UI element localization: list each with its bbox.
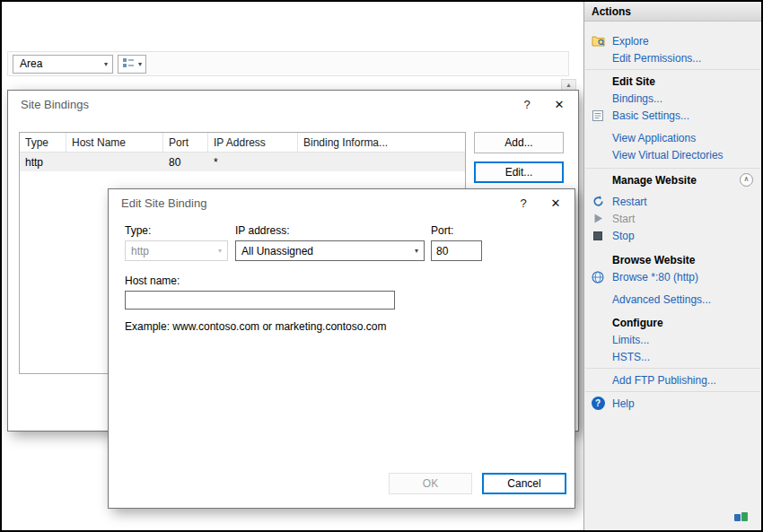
chevron-down-icon: ▾ <box>138 60 142 68</box>
dialog-title: Site Bindings <box>21 98 513 111</box>
action-browse-site-label: Browse *:80 (http) <box>612 271 698 283</box>
action-explore[interactable]: Explore <box>584 32 761 49</box>
tray-icon[interactable] <box>734 511 749 526</box>
action-basic-settings-label: Basic Settings... <box>612 109 689 122</box>
column-header-binding-info[interactable]: Binding Informa... <box>298 133 465 152</box>
action-browse-site[interactable]: Browse *:80 (http) <box>584 268 761 285</box>
explore-folder-icon <box>590 35 606 47</box>
action-view-virtual-directories-label: View Virtual Directories <box>612 149 724 161</box>
action-add-ftp-publishing-label: Add FTP Publishing... <box>612 374 716 387</box>
host-name-label: Host name: <box>125 275 180 287</box>
section-edit-site-label: Edit Site <box>612 75 655 88</box>
action-stop-label: Stop <box>612 230 635 242</box>
type-dropdown-value: http <box>131 245 149 257</box>
action-view-applications[interactable]: View Applications <box>584 129 761 146</box>
port-label: Port: <box>431 224 453 237</box>
section-browse-website-label: Browse Website <box>612 254 695 266</box>
add-button[interactable]: Add... <box>474 132 564 153</box>
action-restart-label: Restart <box>612 196 647 208</box>
action-start-label: Start <box>612 213 635 225</box>
chevron-down-icon: ▾ <box>104 60 108 68</box>
host-name-example-text: Example: www.contoso.com or marketing.co… <box>125 320 386 333</box>
action-bindings[interactable]: Bindings... <box>584 90 761 107</box>
actions-panel-title: Actions <box>584 2 761 22</box>
action-bindings-label: Bindings... <box>612 92 662 105</box>
ip-dropdown-value: All Unassigned <box>241 245 313 257</box>
action-help[interactable]: ? Help <box>584 395 761 412</box>
action-view-virtual-directories[interactable]: View Virtual Directories <box>584 146 761 163</box>
section-configure: Configure <box>584 314 761 331</box>
action-restart[interactable]: Restart <box>584 193 761 210</box>
actions-separator <box>585 168 760 169</box>
dialog-close-button[interactable]: ✕ <box>540 91 578 118</box>
action-explore-label: Explore <box>612 35 649 48</box>
basic-settings-icon <box>590 110 606 121</box>
cell-port: 80 <box>163 153 208 171</box>
port-input[interactable] <box>431 240 482 261</box>
dialog-help-button[interactable]: ? <box>513 91 540 118</box>
type-dropdown[interactable]: http ▾ <box>125 240 228 261</box>
cell-host-name <box>66 153 163 171</box>
host-name-input[interactable] <box>125 291 395 310</box>
action-advanced-settings-label: Advanced Settings... <box>612 293 711 306</box>
action-hsts[interactable]: HSTS... <box>584 348 761 365</box>
dialog-titlebar[interactable]: Site Bindings ? ✕ <box>8 91 578 118</box>
start-icon <box>590 214 606 223</box>
dialog-close-button[interactable]: ✕ <box>537 189 574 217</box>
actions-separator <box>585 69 760 70</box>
cell-binding-info <box>298 153 465 171</box>
edit-button[interactable]: Edit... <box>474 161 564 183</box>
cell-type: http <box>20 153 66 171</box>
ok-button[interactable]: OK <box>389 473 472 494</box>
cancel-button[interactable]: Cancel <box>482 473 566 494</box>
cell-ip-address: * <box>208 153 298 171</box>
globe-icon <box>590 271 606 283</box>
ip-address-dropdown[interactable]: All Unassigned ▾ <box>235 240 425 261</box>
column-header-host-name[interactable]: Host Name <box>66 133 163 152</box>
area-grouping-dropdown[interactable]: Area ▾ <box>13 55 113 74</box>
grid-view-icon <box>122 57 135 71</box>
dialog-title: Edit Site Binding <box>121 196 510 210</box>
action-add-ftp-publishing[interactable]: Add FTP Publishing... <box>584 371 761 388</box>
action-view-applications-label: View Applications <box>612 132 696 144</box>
type-label: Type: <box>125 224 151 237</box>
action-limits-label: Limits... <box>612 334 649 346</box>
column-header-ip-address[interactable]: IP Address <box>208 133 298 152</box>
actions-separator <box>585 391 760 392</box>
action-edit-permissions-label: Edit Permissions... <box>612 52 701 65</box>
bindings-table-header: Type Host Name Port IP Address Binding I… <box>20 133 465 153</box>
ip-address-label: IP address: <box>235 224 289 237</box>
action-limits[interactable]: Limits... <box>584 331 761 348</box>
section-browse-website: Browse Website <box>584 251 761 268</box>
view-mode-button[interactable]: ▾ <box>118 55 146 74</box>
action-help-label: Help <box>612 397 635 410</box>
iis-manager-window: Area ▾ ▾ ▲ Site Bindings ? ✕ Type <box>0 0 763 532</box>
actions-separator <box>585 368 760 369</box>
action-hsts-label: HSTS... <box>612 351 650 363</box>
column-header-port[interactable]: Port <box>163 133 208 152</box>
section-manage-website: Manage Website ∧ <box>584 171 761 188</box>
binding-row-http[interactable]: http 80 * <box>20 153 465 171</box>
collapse-section-button[interactable]: ∧ <box>740 173 753 187</box>
features-view-toolbar: Area ▾ ▾ <box>7 51 569 76</box>
section-manage-website-label: Manage Website <box>612 174 697 187</box>
chevron-down-icon: ▾ <box>218 247 222 255</box>
edit-site-binding-dialog: Edit Site Binding ? ✕ Type: IP address: … <box>108 188 575 509</box>
help-icon: ? <box>590 397 606 410</box>
dialog-help-button[interactable]: ? <box>510 189 537 217</box>
actions-panel: Actions Explore Edit Permissions... Edit… <box>583 2 761 530</box>
action-edit-permissions[interactable]: Edit Permissions... <box>584 49 761 66</box>
dialog-titlebar[interactable]: Edit Site Binding ? ✕ <box>109 189 574 217</box>
action-basic-settings[interactable]: Basic Settings... <box>584 107 761 124</box>
area-grouping-label: Area <box>20 57 42 70</box>
stop-icon <box>590 231 606 240</box>
column-header-type[interactable]: Type <box>20 133 66 152</box>
section-configure-label: Configure <box>612 317 663 329</box>
action-advanced-settings[interactable]: Advanced Settings... <box>584 291 761 308</box>
action-start[interactable]: Start <box>584 210 761 227</box>
section-edit-site: Edit Site <box>584 73 761 90</box>
action-stop[interactable]: Stop <box>584 227 761 244</box>
chevron-down-icon: ▾ <box>415 247 418 255</box>
restart-icon <box>590 196 606 207</box>
